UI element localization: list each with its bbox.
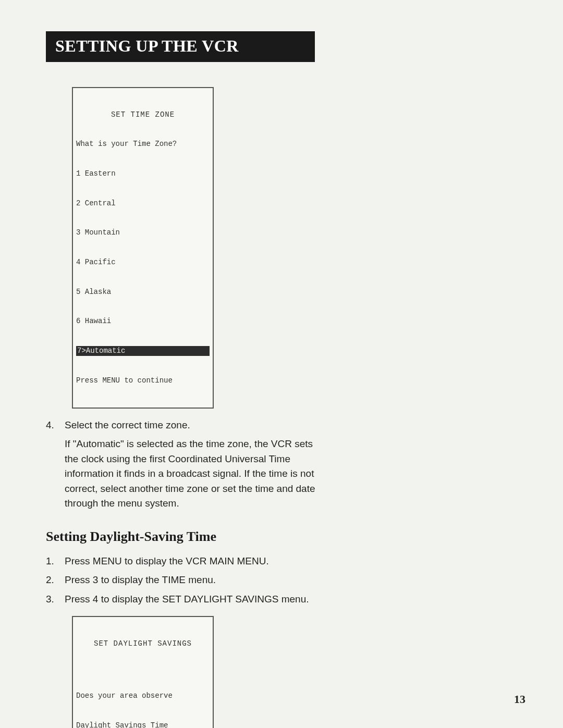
step-item: 2.Press 3 to display the TIME menu. [46,573,338,588]
step-text: Press 4 to display the SET DAYLIGHT SAVI… [65,592,309,607]
osd-line: Daylight Savings Time [76,721,210,728]
step-item: 4.Select the correct time zone. [46,418,338,433]
section-banner: SETTING UP THE VCR [46,31,315,62]
body-paragraph: If "Automatic" is selected as the time z… [65,437,325,511]
osd-footer: Press MENU to continue [76,376,210,386]
osd-option: 6 Hawaii [76,316,210,326]
osd-option: 1 Eastern [76,169,210,179]
osd-option: 3 Mountain [76,228,210,238]
osd-title: SET TIME ZONE [76,110,210,120]
osd-option: 2 Central [76,199,210,208]
osd-option-selected: 7>Automatic [76,346,210,356]
osd-time-zone: SET TIME ZONE What is your Time Zone? 1 … [72,87,214,409]
osd-title: SET DAYLIGHT SAVINGS [76,639,210,649]
step-text: Select the correct time zone. [65,418,190,433]
step-item: 1.Press MENU to display the VCR MAIN MEN… [46,554,338,569]
osd-line: Does your area observe [76,691,210,701]
subheading-dst: Setting Daylight-Saving Time [46,529,338,545]
osd-option: 4 Pacific [76,257,210,267]
osd-prompt: What is your Time Zone? [76,139,210,149]
osd-option: 5 Alaska [76,287,210,297]
step-item: 3.Press 4 to display the SET DAYLIGHT SA… [46,592,338,607]
step-text: Press MENU to display the VCR MAIN MENU. [65,554,269,569]
osd-daylight-savings: SET DAYLIGHT SAVINGS Does your area obse… [72,616,214,728]
step-text: Press 3 to display the TIME menu. [65,573,216,588]
page-number: 13 [514,693,525,706]
